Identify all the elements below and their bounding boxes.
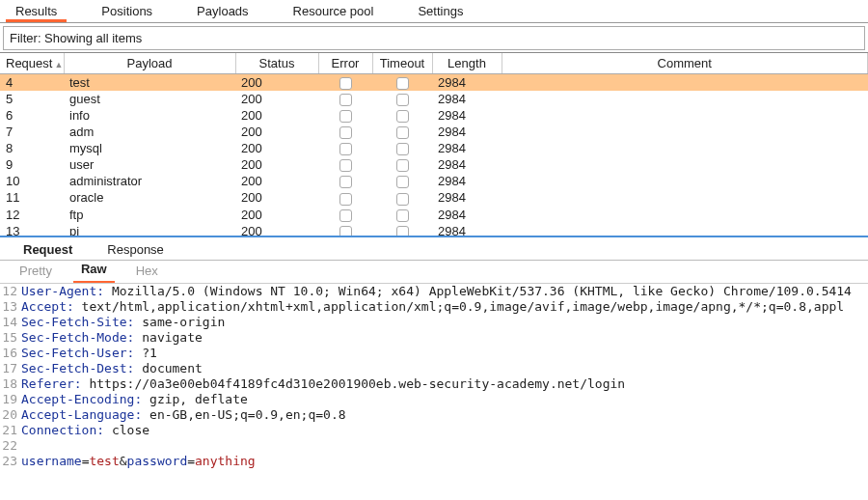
checkbox-icon (396, 226, 409, 236)
tab-payloads[interactable]: Payloads (187, 0, 258, 22)
table-row[interactable]: 4test2002984 (0, 74, 868, 91)
cell-status: 200 (235, 173, 318, 189)
table-row[interactable]: 8mysql2002984 (0, 140, 868, 156)
cell-request: 9 (0, 156, 64, 173)
editor-line: 13Accept: text/html,application/xhtml+xm… (0, 299, 868, 315)
editor-line: 21Connection: close (0, 423, 868, 438)
table-row[interactable]: 5guest2002984 (0, 91, 868, 107)
cell-status: 200 (235, 156, 318, 173)
cell-error (318, 107, 372, 124)
checkbox-icon (339, 226, 352, 236)
editor-line: 12User-Agent: Mozilla/5.0 (Windows NT 10… (0, 284, 868, 299)
line-content: Sec-Fetch-Site: same-origin (21, 315, 868, 330)
cell-length: 2984 (432, 223, 502, 236)
checkbox-icon (339, 110, 352, 123)
request-editor[interactable]: 12User-Agent: Mozilla/5.0 (Windows NT 10… (0, 284, 868, 469)
col-header-error[interactable]: Error (318, 53, 372, 74)
col-header-status[interactable]: Status (235, 53, 318, 74)
col-header-timeout[interactable]: Timeout (372, 53, 432, 74)
cell-timeout (372, 140, 432, 156)
view-tabs: Pretty Raw Hex (0, 261, 868, 284)
results-header-row: Request▲ Payload Status Error Timeout Le… (0, 53, 868, 74)
cell-length: 2984 (432, 107, 502, 124)
table-row[interactable]: 13pi2002984 (0, 223, 868, 236)
filter-bar[interactable]: Filter: Showing all items (3, 26, 865, 50)
line-content: Accept-Encoding: gzip, deflate (21, 392, 868, 407)
cell-comment (502, 107, 868, 124)
editor-line: 22 (0, 438, 868, 454)
checkbox-icon (396, 126, 409, 139)
checkbox-icon (396, 77, 409, 90)
line-number: 13 (0, 299, 21, 315)
table-row[interactable]: 6info2002984 (0, 107, 868, 124)
cell-error (318, 223, 372, 236)
cell-error (318, 207, 372, 223)
cell-timeout (372, 156, 432, 173)
cell-timeout (372, 74, 432, 91)
cell-error (318, 189, 372, 206)
detail-tab-response[interactable]: Response (97, 238, 174, 260)
checkbox-icon (396, 110, 409, 123)
view-tab-raw[interactable]: Raw (73, 259, 115, 283)
checkbox-icon (339, 143, 352, 155)
table-row[interactable]: 12ftp2002984 (0, 207, 868, 223)
cell-comment (502, 207, 868, 223)
line-number: 15 (0, 330, 21, 346)
line-content: Connection: close (21, 423, 868, 438)
cell-timeout (372, 107, 432, 124)
editor-line: 20Accept-Language: en-GB,en-US;q=0.9,en;… (0, 407, 868, 423)
checkbox-icon (396, 143, 409, 155)
cell-comment (502, 74, 868, 91)
editor-line: 14Sec-Fetch-Site: same-origin (0, 315, 868, 330)
cell-request: 6 (0, 107, 64, 124)
checkbox-icon (339, 126, 352, 139)
cell-timeout (372, 207, 432, 223)
checkbox-icon (396, 159, 409, 172)
cell-error (318, 74, 372, 91)
col-header-comment[interactable]: Comment (502, 53, 868, 74)
cell-comment (502, 91, 868, 107)
checkbox-icon (396, 94, 409, 106)
cell-payload: info (64, 107, 235, 124)
cell-payload: user (64, 156, 235, 173)
table-row[interactable]: 10administrator2002984 (0, 173, 868, 189)
cell-length: 2984 (432, 156, 502, 173)
editor-line: 15Sec-Fetch-Mode: navigate (0, 330, 868, 346)
col-header-length[interactable]: Length (432, 53, 502, 74)
cell-payload: adm (64, 124, 235, 140)
checkbox-icon (339, 176, 352, 188)
table-row[interactable]: 11oracle2002984 (0, 189, 868, 206)
checkbox-icon (396, 209, 409, 222)
checkbox-icon (339, 159, 352, 172)
cell-request: 11 (0, 189, 64, 206)
line-number: 17 (0, 361, 21, 376)
line-content: Accept: text/html,application/xhtml+xml,… (21, 299, 868, 315)
editor-line: 23username=test&password=anything (0, 454, 868, 469)
line-content: Accept-Language: en-GB,en-US;q=0.9,en;q=… (21, 407, 868, 423)
view-tab-pretty[interactable]: Pretty (12, 261, 60, 283)
cell-status: 200 (235, 124, 318, 140)
tab-resource-pool[interactable]: Resource pool (284, 0, 384, 22)
line-content: Sec-Fetch-Mode: navigate (21, 330, 868, 346)
view-tab-hex[interactable]: Hex (128, 261, 166, 283)
detail-tab-request[interactable]: Request (14, 238, 82, 260)
checkbox-icon (396, 193, 409, 206)
cell-request: 13 (0, 223, 64, 236)
editor-line: 16Sec-Fetch-User: ?1 (0, 346, 868, 361)
line-number: 18 (0, 376, 21, 392)
cell-status: 200 (235, 107, 318, 124)
line-number: 19 (0, 392, 21, 407)
cell-payload: ftp (64, 207, 235, 223)
cell-timeout (372, 91, 432, 107)
line-number: 12 (0, 284, 21, 299)
col-header-payload[interactable]: Payload (64, 53, 235, 74)
tab-positions[interactable]: Positions (92, 0, 162, 22)
col-header-request[interactable]: Request▲ (0, 53, 64, 74)
cell-payload: oracle (64, 189, 235, 206)
cell-request: 10 (0, 173, 64, 189)
tab-settings[interactable]: Settings (408, 0, 473, 22)
table-row[interactable]: 7adm2002984 (0, 124, 868, 140)
table-row[interactable]: 9user2002984 (0, 156, 868, 173)
tab-results[interactable]: Results (6, 0, 67, 22)
line-content: Sec-Fetch-Dest: document (21, 361, 868, 376)
